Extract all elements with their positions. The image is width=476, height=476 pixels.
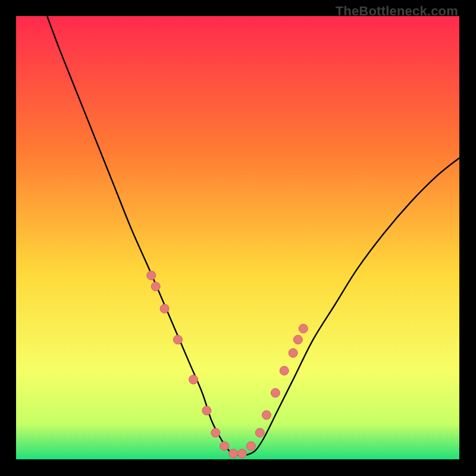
highlight-marker — [229, 449, 238, 458]
highlight-marker — [173, 335, 182, 344]
gradient-background — [16, 16, 459, 459]
highlight-marker — [271, 389, 280, 397]
highlight-marker — [151, 282, 160, 291]
highlight-marker — [255, 428, 264, 437]
bottleneck-chart — [16, 16, 459, 459]
highlight-marker — [299, 324, 308, 333]
highlight-marker — [293, 335, 302, 344]
highlight-marker — [211, 428, 220, 437]
highlight-marker — [280, 367, 289, 375]
highlight-marker — [220, 441, 229, 450]
highlight-marker — [202, 406, 211, 415]
highlight-marker — [147, 271, 156, 280]
highlight-marker — [189, 375, 198, 384]
highlight-marker — [246, 441, 255, 450]
highlight-marker — [160, 304, 169, 313]
watermark-label: TheBottleneck.com — [336, 4, 458, 19]
highlight-marker — [289, 349, 298, 358]
highlight-marker — [237, 449, 246, 458]
plot-frame — [16, 16, 459, 459]
highlight-marker — [262, 411, 271, 419]
